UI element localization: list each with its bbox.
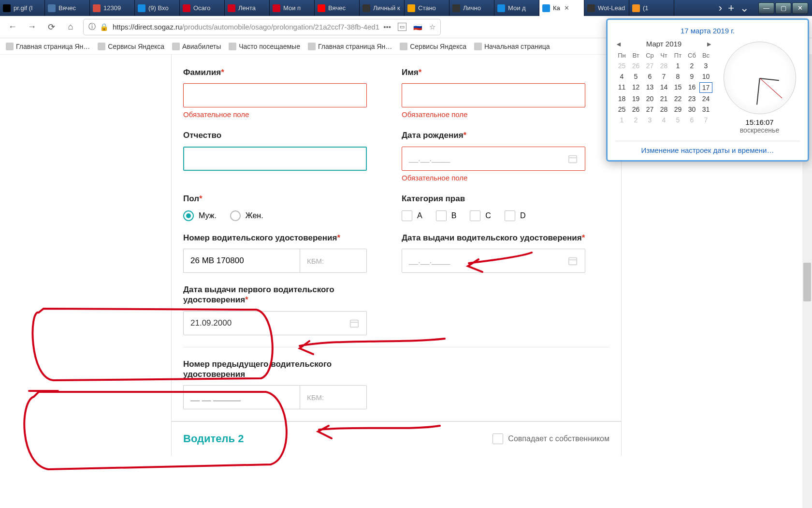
calendar-day[interactable]: 24 <box>699 94 712 104</box>
back-button[interactable]: ← <box>6 20 19 34</box>
browser-tab[interactable]: Вячес <box>45 0 90 16</box>
bookmark-item[interactable]: Часто посещаемые <box>229 43 300 50</box>
browser-tab[interactable]: pr.gif (I <box>0 0 45 16</box>
calendar-day[interactable]: 9 <box>685 72 698 81</box>
calendar-day[interactable]: 4 <box>657 115 670 125</box>
calendar-day[interactable]: 25 <box>615 61 628 71</box>
scroll-thumb[interactable] <box>803 263 811 301</box>
calendar-day[interactable]: 17 <box>699 82 712 93</box>
bookmark-item[interactable]: Сервисы Яндекса <box>98 43 164 50</box>
license-date-input[interactable]: __.__.____ <box>402 249 585 273</box>
calendar-day[interactable]: 12 <box>629 82 642 93</box>
calendar-day[interactable]: 10 <box>699 72 712 81</box>
calendar-day[interactable]: 7 <box>699 115 712 125</box>
calendar-day[interactable]: 16 <box>685 82 698 93</box>
calendar-day[interactable]: 4 <box>615 72 628 81</box>
calendar-day[interactable]: 27 <box>643 61 656 71</box>
browser-tab[interactable]: Wot-Lead <box>584 0 629 16</box>
license-cat-c[interactable]: C <box>470 210 491 221</box>
browser-tab[interactable]: (9) Вхо <box>135 0 180 16</box>
browser-tab[interactable]: Лично <box>450 0 494 16</box>
dob-input[interactable]: __.__.____ <box>402 147 585 171</box>
calendar-day[interactable]: 15 <box>671 82 684 93</box>
bookmark-star-icon[interactable]: ☆ <box>429 23 435 31</box>
calendar-day[interactable]: 7 <box>657 72 670 81</box>
reload-button[interactable]: ⟳ <box>44 20 58 34</box>
new-tab-icon[interactable]: + <box>728 2 734 15</box>
same-as-owner-checkbox[interactable]: Совпадает с собственником <box>493 433 609 444</box>
gender-female-radio[interactable]: Жен. <box>230 210 263 221</box>
calendar-day[interactable]: 5 <box>629 72 642 81</box>
forward-button[interactable]: → <box>25 20 39 34</box>
calendar-day[interactable]: 20 <box>643 94 656 104</box>
reader-icon[interactable]: ▭ <box>398 23 406 31</box>
tab-menu-icon[interactable]: ⌄ <box>740 2 749 15</box>
calendar-day[interactable]: 22 <box>671 94 684 104</box>
calendar-day[interactable]: 14 <box>657 82 670 93</box>
bookmark-item[interactable]: Сервисы Яндекса <box>400 43 466 50</box>
license-kbm-field[interactable]: КБМ: <box>300 249 367 273</box>
datetime-settings-link[interactable]: Изменение настроек даты и времени… <box>615 141 800 154</box>
calendar-day[interactable]: 8 <box>671 72 684 81</box>
calendar-day[interactable]: 18 <box>615 94 628 104</box>
calendar-day[interactable]: 28 <box>657 61 670 71</box>
bookmark-item[interactable]: Главная страница Ян… <box>308 43 392 50</box>
calendar-day[interactable]: 23 <box>685 94 698 104</box>
driver-2-section[interactable]: Водитель 2 Совпадает с собственником <box>171 421 622 456</box>
calendar-day[interactable]: 3 <box>643 115 656 125</box>
prev-license-input[interactable] <box>183 385 300 409</box>
browser-tab[interactable]: Вячес <box>315 0 360 16</box>
browser-tab[interactable]: Ка✕ <box>539 0 584 16</box>
calendar-day[interactable]: 26 <box>629 61 642 71</box>
calendar-day[interactable]: 2 <box>629 115 642 125</box>
calendar-day[interactable]: 28 <box>657 105 670 114</box>
license-cat-a[interactable]: A <box>402 210 422 221</box>
calendar-day[interactable]: 1 <box>615 115 628 125</box>
calendar-day[interactable]: 21 <box>657 94 670 104</box>
calendar-day[interactable]: 3 <box>699 61 712 71</box>
name-input[interactable] <box>402 83 585 107</box>
browser-tab[interactable]: Личный к <box>360 0 405 16</box>
browser-tab[interactable]: Осаго <box>180 0 225 16</box>
tab-next-icon[interactable]: › <box>719 2 722 15</box>
calendar-day[interactable]: 6 <box>643 72 656 81</box>
calendar-day[interactable]: 25 <box>615 105 628 114</box>
window-maximize-button[interactable]: ▢ <box>775 2 791 14</box>
license-cat-d[interactable]: D <box>505 210 526 221</box>
bookmark-item[interactable]: Начальная страница <box>474 43 550 50</box>
calendar-day[interactable]: 30 <box>685 105 698 114</box>
license-num-input[interactable] <box>183 249 300 273</box>
license-cat-b[interactable]: B <box>436 210 457 221</box>
calendar-day[interactable]: 29 <box>671 105 684 114</box>
prev-license-kbm-field[interactable]: КБМ: <box>300 385 367 409</box>
calendar-day[interactable]: 31 <box>699 105 712 114</box>
window-close-button[interactable]: ✕ <box>792 2 808 14</box>
calendar-day[interactable]: 11 <box>615 82 628 93</box>
close-tab-icon[interactable]: ✕ <box>564 4 569 12</box>
browser-tab[interactable]: Лента <box>225 0 270 16</box>
browser-tab[interactable]: Мои п <box>270 0 315 16</box>
calendar-day[interactable]: 1 <box>671 61 684 71</box>
cal-next-icon[interactable]: ► <box>706 40 712 48</box>
calendar-day[interactable]: 5 <box>671 115 684 125</box>
calendar-day[interactable]: 27 <box>643 105 656 114</box>
calendar-day[interactable]: 6 <box>685 115 698 125</box>
page-actions-icon[interactable]: ••• <box>383 23 391 31</box>
calendar-day[interactable]: 26 <box>629 105 642 114</box>
address-bar[interactable]: ⓘ 🔒 https://direct.sogaz.ru/products/aut… <box>83 19 441 35</box>
browser-tab[interactable]: Мои д <box>494 0 539 16</box>
browser-tab[interactable]: (1 <box>629 0 674 16</box>
patronymic-input[interactable] <box>183 147 367 171</box>
first-license-input[interactable]: 21.09.2000 <box>183 311 367 335</box>
browser-tab[interactable]: 12309 <box>90 0 135 16</box>
bookmark-item[interactable]: Авиабилеты <box>172 43 221 50</box>
flag-icon[interactable]: 🇷🇺 <box>413 23 422 31</box>
calendar-day[interactable]: 19 <box>629 94 642 104</box>
calendar-day[interactable]: 13 <box>643 82 656 93</box>
bookmark-item[interactable]: Главная страница Ян… <box>6 43 90 50</box>
gender-male-radio[interactable]: Муж. <box>183 210 217 221</box>
cal-prev-icon[interactable]: ◄ <box>615 40 622 48</box>
browser-tab[interactable]: Стано <box>405 0 450 16</box>
calendar-day[interactable]: 2 <box>685 61 698 71</box>
window-minimize-button[interactable]: — <box>758 2 774 14</box>
